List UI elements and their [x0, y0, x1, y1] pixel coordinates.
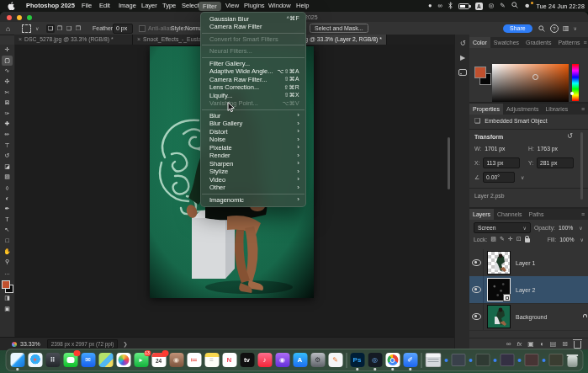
layers-panel-menu-icon[interactable]: ≡ — [581, 211, 585, 217]
zoom-window-button[interactable] — [27, 15, 32, 20]
layers-tab-channels[interactable]: Channels — [494, 209, 526, 220]
brush-tool[interactable]: ✏ — [2, 130, 13, 141]
dock-icon-minimized-window-6[interactable] — [548, 354, 563, 366]
dock-icon-trash[interactable] — [566, 354, 578, 367]
pen-tool[interactable]: ✒ — [2, 204, 13, 215]
layer-visibility-eye-icon[interactable] — [472, 286, 481, 293]
angle-dropdown-icon[interactable]: ∨ — [521, 174, 524, 180]
crop-tool[interactable]: ✂ — [2, 87, 13, 98]
menu-item-adaptive-wide-angle[interactable]: Adaptive Wide Angle...⌥⇧⌘A — [201, 67, 305, 76]
rectangle-tool[interactable]: □ — [2, 236, 13, 247]
color-tab-color[interactable]: Color — [469, 37, 490, 48]
loop-icon[interactable]: ∞ — [437, 0, 442, 12]
close-window-button[interactable] — [7, 15, 12, 20]
color-tab-patterns[interactable]: Patterns — [554, 37, 583, 48]
group-icon[interactable]: ▤ — [550, 340, 557, 348]
canvas-scrollbar[interactable] — [448, 137, 450, 189]
properties-panel-menu-icon[interactable]: ≡ — [581, 106, 585, 112]
menu-item-render[interactable]: Render› — [201, 152, 305, 160]
battery-icon[interactable] — [458, 3, 469, 9]
fill-value[interactable]: 100% — [559, 237, 574, 242]
layer-row-layer-2[interactable]: Layer 2 — [469, 276, 588, 304]
close-tab-icon[interactable]: × — [137, 35, 140, 45]
x-input[interactable]: 113 px — [483, 157, 520, 168]
layer-thumbnail[interactable] — [488, 306, 510, 328]
zoom-level[interactable]: 33.33% — [20, 341, 40, 347]
color-swatches[interactable] — [2, 280, 13, 293]
menu-item-other[interactable]: Other› — [201, 184, 305, 192]
menu-item-lens-correction[interactable]: Lens Correction...⇧⌘R — [201, 83, 305, 92]
move-tool[interactable]: ✛ — [2, 45, 13, 56]
bluetooth-icon[interactable] — [448, 2, 453, 11]
history-icon[interactable]: ↺ — [455, 38, 470, 49]
dock-icon-minimized-window-5[interactable] — [524, 354, 538, 366]
menubar-item-help[interactable]: Help — [292, 0, 313, 12]
properties-tab-adjustments[interactable]: Adjustments — [503, 104, 543, 115]
marquee-tool-preset[interactable]: ∨ — [22, 22, 39, 35]
hand-tool[interactable]: ✋ — [2, 246, 13, 257]
menu-item-pixelate[interactable]: Pixelate› — [201, 144, 305, 152]
layer-name[interactable]: Background — [516, 314, 582, 320]
lock-all-icon[interactable] — [525, 238, 530, 242]
screen-mode-icon[interactable]: ▣ — [2, 304, 13, 315]
blur-tool[interactable]: ◊ — [2, 183, 13, 194]
anti-alias-checkbox[interactable] — [139, 25, 146, 32]
feather-input[interactable]: 0 px — [113, 24, 133, 34]
comments-icon[interactable] — [455, 67, 470, 77]
hue-slider-handle[interactable] — [570, 92, 574, 95]
properties-scrollbar[interactable] — [580, 132, 583, 200]
properties-tab-libraries[interactable]: Libraries — [542, 104, 571, 115]
layer-thumbnail[interactable] — [488, 279, 510, 301]
intersect-selection-mode-button[interactable]: ❒ — [74, 24, 82, 33]
new-layer-icon[interactable]: ⊞ — [562, 340, 568, 348]
opacity-dropdown-icon[interactable]: ∨ — [579, 225, 582, 231]
menu-item-blur-gallery[interactable]: Blur Gallery› — [201, 120, 305, 128]
minimize-window-button[interactable] — [17, 15, 22, 20]
menu-item-video[interactable]: Video› — [201, 176, 305, 184]
opacity-value[interactable]: 100% — [559, 225, 573, 231]
menubar-item-photoshop-2025[interactable]: Photoshop 2025 — [22, 0, 79, 12]
lock-position-icon[interactable]: ✛ — [508, 236, 513, 242]
frame-tool[interactable]: ⊠ — [2, 98, 13, 109]
add-selection-mode-button[interactable]: ❐ — [56, 24, 64, 33]
dock-icon-photoshop[interactable]: Ps — [350, 353, 364, 367]
menu-item-blur[interactable]: Blur› — [201, 112, 305, 120]
delete-layer-icon[interactable] — [574, 341, 581, 349]
document-tab-1[interactable]: ×DSC_5278.jpg @ 33.3% (RGB/8) * — [14, 35, 133, 45]
dock-icon-camera-app[interactable]: ◎ — [368, 353, 382, 367]
dock-icon-music[interactable]: ♪ — [257, 353, 272, 367]
lock-transparency-icon[interactable]: ▨ — [490, 236, 496, 242]
dock-icon-reminders[interactable]: ≔ — [187, 353, 201, 367]
layer-thumbnail[interactable] — [488, 252, 510, 274]
dock-icon-photos[interactable] — [116, 353, 130, 367]
menu-item-stylize[interactable]: Stylize› — [201, 168, 305, 176]
close-tab-icon[interactable]: × — [19, 35, 22, 45]
angle-input[interactable]: 0.00° — [483, 172, 515, 183]
dock-icon-system-settings[interactable]: ⚙ — [310, 353, 325, 367]
history-brush-tool[interactable]: ↺ — [2, 151, 13, 162]
menubar-item-filter[interactable]: Filter — [199, 2, 221, 11]
dock-icon-pencil-app[interactable]: ✐ — [403, 353, 417, 367]
blend-mode-select[interactable]: Screen∨ — [474, 222, 531, 233]
type-tool[interactable]: T — [2, 215, 13, 226]
menu-item-distort[interactable]: Distort› — [201, 128, 305, 136]
layer-row-background[interactable]: Background — [469, 303, 588, 331]
workspace-icon[interactable]: ▥ — [563, 24, 569, 32]
search-icon[interactable] — [538, 22, 545, 35]
new-selection-mode-button[interactable]: ❏ — [46, 24, 55, 33]
quick-mask-icon[interactable]: ◨ — [2, 293, 13, 304]
adjustment-icon[interactable]: ◐ — [540, 340, 544, 348]
edit-toolbar[interactable]: … — [2, 267, 13, 278]
properties-tab-properties[interactable]: Properties — [469, 104, 503, 115]
color-tab-gradients[interactable]: Gradients — [522, 37, 554, 48]
fill-dropdown-icon[interactable]: ∨ — [580, 237, 584, 242]
dock-icon-safari[interactable]: ✦ — [28, 353, 42, 367]
dock-icon-facetime[interactable]: ▸13 — [134, 353, 148, 367]
layer-visibility-cell[interactable] — [469, 303, 484, 330]
subtract-selection-mode-button[interactable]: ❑ — [65, 24, 73, 33]
apple-menu-icon[interactable] — [8, 2, 15, 12]
menu-item-camera-raw-filter[interactable]: Camera Raw Filter...⇧⌘A — [201, 76, 305, 84]
dock-icon-minimized-window-4[interactable] — [500, 354, 514, 366]
dock-icon-calendar[interactable]: 24 — [151, 353, 166, 367]
lock-pixels-icon[interactable]: ✎ — [500, 236, 505, 242]
